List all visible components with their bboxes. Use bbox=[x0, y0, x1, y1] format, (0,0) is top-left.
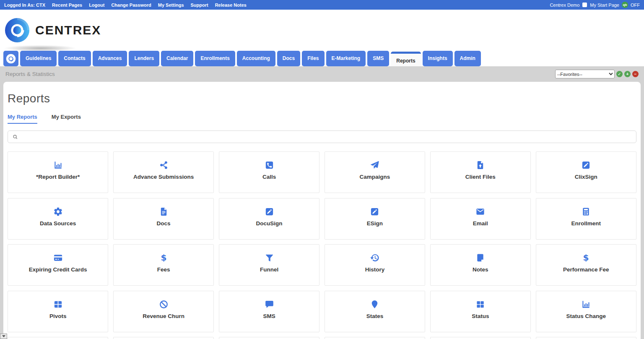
favorite-apply-icon[interactable]: ✓ bbox=[616, 71, 623, 77]
centrex-demo-label: Centrex Demo bbox=[550, 3, 579, 8]
favorite-add-icon[interactable]: + bbox=[624, 71, 631, 77]
search-box[interactable] bbox=[8, 130, 636, 143]
report-card-label: Docs bbox=[157, 220, 171, 227]
envelope-icon bbox=[475, 207, 485, 216]
svg-text:$: $ bbox=[161, 253, 166, 263]
report-card-partial[interactable] bbox=[430, 337, 531, 339]
report-card-states[interactable]: States bbox=[325, 291, 425, 332]
report-card-label: Enrollment bbox=[571, 220, 601, 227]
report-card-revenue-churn[interactable]: Revenue Churn bbox=[113, 291, 214, 332]
tab-enrollments[interactable]: Enrollments bbox=[195, 51, 235, 66]
report-card-label: History bbox=[365, 266, 385, 273]
report-card-docs[interactable]: Docs bbox=[113, 198, 214, 240]
topbar-link-recent-pages[interactable]: Recent Pages bbox=[52, 3, 82, 8]
report-card-partial[interactable] bbox=[325, 337, 425, 339]
tab-home[interactable] bbox=[3, 51, 18, 66]
calculator-icon bbox=[581, 207, 591, 216]
tab-contacts[interactable]: Contacts bbox=[58, 51, 91, 66]
report-card-partial[interactable] bbox=[219, 337, 319, 339]
report-card-label: Calls bbox=[262, 174, 276, 180]
brand-header: CENTREX bbox=[0, 10, 644, 51]
credit-card-icon bbox=[53, 253, 63, 263]
report-card-esign[interactable]: ESign bbox=[325, 198, 425, 240]
my-start-page-label[interactable]: My Start Page bbox=[590, 3, 619, 8]
tab-calendar[interactable]: Calendar bbox=[161, 51, 193, 66]
phone-square-icon bbox=[265, 160, 274, 170]
search-input[interactable] bbox=[21, 131, 632, 143]
tab-reports[interactable]: Reports bbox=[391, 52, 421, 66]
tab-advances[interactable]: Advances bbox=[93, 51, 127, 66]
topbar-link-logout[interactable]: Logout bbox=[89, 3, 104, 8]
topbar-link-change-password[interactable]: Change Password bbox=[111, 3, 151, 8]
report-card-status-change[interactable]: Status Change bbox=[536, 291, 636, 332]
quickbooks-state-label: OFF bbox=[631, 3, 640, 8]
tab-lenders[interactable]: Lenders bbox=[129, 51, 159, 66]
report-card-label: Notes bbox=[473, 266, 488, 273]
share-icon bbox=[159, 160, 169, 170]
status-strip: Reports & Statistics --Favorites-- ✓ + − bbox=[0, 66, 644, 82]
search-icon bbox=[12, 134, 18, 140]
file-lines-icon bbox=[159, 207, 169, 216]
report-card-notes[interactable]: Notes bbox=[430, 244, 531, 286]
report-card-data-sources[interactable]: Data Sources bbox=[8, 198, 108, 240]
topbar-link-my-settings[interactable]: My Settings bbox=[158, 3, 184, 8]
tab-admin[interactable]: Admin bbox=[454, 51, 481, 66]
topbar-link-release-notes[interactable]: Release Notes bbox=[215, 3, 247, 8]
tab-docs[interactable]: Docs bbox=[277, 51, 300, 66]
report-card-sms[interactable]: SMS bbox=[219, 291, 319, 332]
report-card-campaigns[interactable]: Campaigns bbox=[325, 151, 425, 193]
report-card-docusign[interactable]: DocuSign bbox=[219, 198, 319, 240]
tab-files[interactable]: Files bbox=[302, 51, 324, 66]
report-card-advance-submissions[interactable]: Advance Submissions bbox=[113, 151, 214, 193]
report-card-status[interactable]: Status bbox=[430, 291, 531, 332]
dollar-icon: $ bbox=[581, 253, 591, 263]
comment-icon bbox=[265, 300, 274, 309]
map-marker-icon bbox=[370, 300, 379, 309]
report-card-fees[interactable]: $Fees bbox=[113, 244, 214, 286]
table-icon bbox=[53, 300, 63, 309]
favorites-select[interactable]: --Favorites-- bbox=[555, 70, 615, 78]
topbar-link-support[interactable]: Support bbox=[191, 3, 208, 8]
report-card-label: DocuSign bbox=[256, 220, 283, 227]
tab-my-reports[interactable]: My Reports bbox=[8, 114, 37, 124]
tab-my-exports[interactable]: My Exports bbox=[52, 114, 81, 124]
centrex-logo-icon bbox=[4, 17, 30, 43]
report-card-calls[interactable]: Calls bbox=[219, 151, 319, 193]
report-card-partial[interactable] bbox=[113, 337, 214, 339]
favorite-remove-icon[interactable]: − bbox=[632, 71, 639, 77]
report-card-funnel[interactable]: Funnel bbox=[219, 244, 319, 286]
report-card-partial[interactable] bbox=[536, 337, 636, 339]
report-card-label: Campaigns bbox=[360, 174, 390, 180]
tab-guidelines[interactable]: Guidelines bbox=[20, 51, 57, 66]
logo-shadow bbox=[3, 45, 78, 52]
report-card-performance-fee[interactable]: $Performance Fee bbox=[536, 244, 636, 286]
report-card-enrollment[interactable]: Enrollment bbox=[536, 198, 636, 240]
tab-accounting[interactable]: Accounting bbox=[237, 51, 275, 66]
report-card-history[interactable]: History bbox=[325, 244, 425, 286]
pen-square-icon bbox=[265, 207, 274, 216]
report-card-label: Email bbox=[473, 220, 488, 227]
report-card-email[interactable]: Email bbox=[430, 198, 531, 240]
tab-insights[interactable]: Insights bbox=[423, 51, 453, 66]
topbar-links: Logged In As: CTXRecent PagesLogoutChang… bbox=[4, 3, 247, 8]
tab-e-marketing[interactable]: E-Marketing bbox=[326, 51, 366, 66]
report-card-client-files[interactable]: Client Files bbox=[430, 151, 531, 193]
topbar-link-logged-in-as-ctx: Logged In As: CTX bbox=[4, 3, 45, 8]
scroll-down-arrow-icon[interactable] bbox=[0, 334, 7, 339]
file-upload-icon bbox=[475, 160, 485, 170]
report-card-label: Funnel bbox=[260, 266, 278, 273]
report-card-pivots[interactable]: Pivots bbox=[8, 291, 108, 332]
th-large-icon bbox=[475, 300, 485, 309]
brand-name: CENTREX bbox=[35, 23, 101, 37]
report-card-partial[interactable] bbox=[8, 337, 108, 339]
report-card-label: Status bbox=[472, 313, 489, 319]
paper-plane-icon bbox=[370, 160, 379, 170]
cog-icon bbox=[53, 207, 63, 216]
report-card-clixsign[interactable]: ClixSign bbox=[536, 151, 636, 193]
my-start-page-checkbox[interactable] bbox=[582, 3, 587, 7]
report-card-report-builder[interactable]: *Report Builder* bbox=[8, 151, 108, 193]
report-card-label: Data Sources bbox=[40, 220, 76, 227]
tab-sms[interactable]: SMS bbox=[367, 51, 389, 66]
report-card-expiring-credit-cards[interactable]: Expiring Credit Cards bbox=[8, 244, 108, 286]
quickbooks-icon[interactable]: qb bbox=[622, 2, 628, 8]
